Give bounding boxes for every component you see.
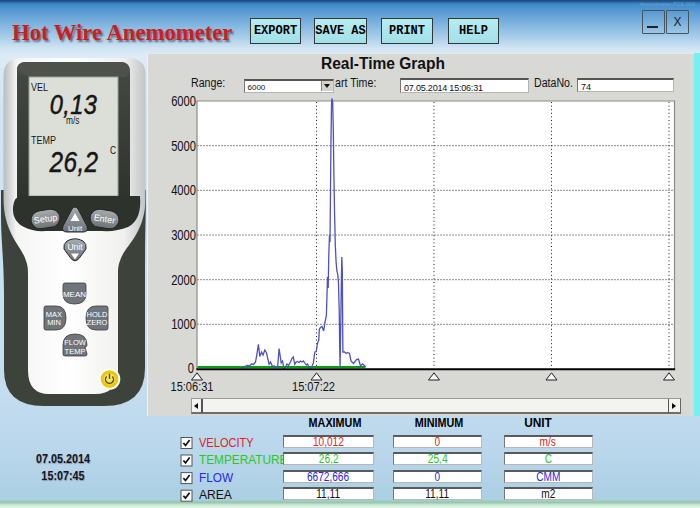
svg-text:6000: 6000 [171,94,196,109]
svg-text:MIN: MIN [47,318,61,327]
svg-text:ZERO: ZERO [87,318,108,327]
svg-text:MEAN: MEAN [63,290,86,299]
svg-text:0: 0 [187,360,193,375]
svg-text:C: C [110,144,116,156]
svg-text:Unit: Unit [68,224,83,233]
svg-text:TEMP: TEMP [31,134,56,146]
svg-text:VEL: VEL [31,81,48,93]
svg-text:1000: 1000 [171,317,196,332]
svg-text:Unit: Unit [67,242,83,252]
svg-text:m/s: m/s [66,114,80,126]
svg-text:5000: 5000 [171,139,196,154]
svg-text:26,2: 26,2 [49,146,99,178]
svg-text:15:06:31: 15:06:31 [170,378,213,393]
svg-text:TEMP: TEMP [65,347,86,356]
svg-text:4000: 4000 [171,183,196,198]
svg-text:3000: 3000 [171,228,196,243]
svg-text:15:07:22: 15:07:22 [291,378,334,393]
svg-text:2000: 2000 [171,273,196,288]
